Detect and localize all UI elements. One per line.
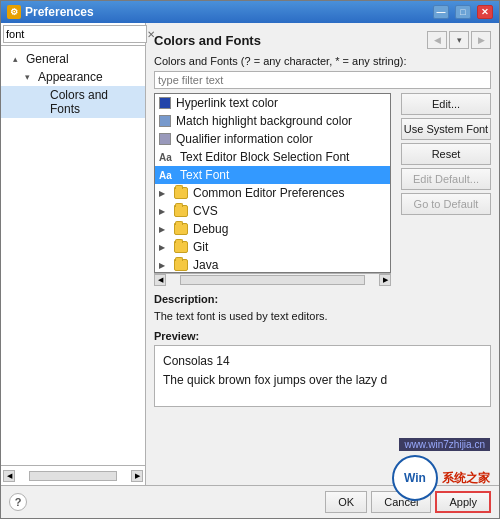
nav-buttons: ◀ ▾ ▶ [427, 31, 491, 49]
tree-label-colors-fonts: Colors and Fonts [50, 88, 141, 116]
list-item-label-cvs: CVS [193, 204, 218, 218]
list-item-match-highlight[interactable]: Match highlight background color [155, 112, 390, 130]
action-buttons: Edit... Use System Font Reset Edit Defau… [401, 93, 491, 285]
preview-section: Preview: Consolas 14 The quick brown fox… [154, 330, 491, 407]
h-scroll-left-arrow[interactable]: ◀ [154, 274, 166, 286]
left-bottom: ◀ ▶ [1, 465, 145, 485]
list-item-label-debug: Debug [193, 222, 228, 236]
edit-default-button[interactable]: Edit Default... [401, 168, 491, 190]
maximize-button[interactable]: □ [455, 5, 471, 19]
search-input[interactable] [3, 25, 147, 43]
list-item-debug[interactable]: ▶ Debug [155, 220, 390, 238]
color-swatch-qualifier [159, 133, 171, 145]
folder-icon-cvs [174, 205, 188, 217]
ok-button[interactable]: OK [325, 491, 367, 513]
folder-arrow-git: ▶ [159, 243, 169, 252]
nav-back-button[interactable]: ◀ [427, 31, 447, 49]
list-item-label-qualifier: Qualifier information color [176, 132, 313, 146]
color-swatch-hyperlink [159, 97, 171, 109]
list-item-text-block[interactable]: Aa Text Editor Block Selection Font [155, 148, 390, 166]
minimize-button[interactable]: — [433, 5, 449, 19]
preferences-window: ⚙ Preferences — □ ✕ ✕ ▴ General [0, 0, 500, 519]
folder-arrow-debug: ▶ [159, 225, 169, 234]
list-item-hyperlink[interactable]: Hyperlink text color [155, 94, 390, 112]
preview-label: Preview: [154, 330, 491, 342]
tree-label-appearance: Appearance [38, 70, 103, 84]
list-item-cvs[interactable]: ▶ CVS [155, 202, 390, 220]
list-wrapper: Hyperlink text color Match highlight bac… [154, 93, 391, 285]
folder-arrow-cvs: ▶ [159, 207, 169, 216]
folder-arrow-common: ▶ [159, 189, 169, 198]
folder-icon-debug [174, 223, 188, 235]
preview-line-1: Consolas 14 [163, 352, 482, 371]
aa-icon-text-block: Aa [159, 152, 175, 163]
filter-input[interactable] [154, 71, 491, 89]
items-list[interactable]: Hyperlink text color Match highlight bac… [154, 93, 391, 273]
list-with-buttons: Hyperlink text color Match highlight bac… [154, 93, 491, 285]
tree-arrow-general: ▴ [13, 54, 23, 64]
preview-line-2: The quick brown fox jumps over the lazy … [163, 371, 482, 390]
tree-item-appearance[interactable]: ▾ Appearance [1, 68, 145, 86]
list-item-label-text-block: Text Editor Block Selection Font [180, 150, 349, 164]
use-system-font-button[interactable]: Use System Font [401, 118, 491, 140]
list-item-label-match-highlight: Match highlight background color [176, 114, 352, 128]
help-button[interactable]: ? [9, 493, 27, 511]
window-icon: ⚙ [7, 5, 21, 19]
list-item-label-git: Git [193, 240, 208, 254]
left-scroll-track [29, 471, 117, 481]
tree-arrow-appearance: ▾ [25, 72, 35, 82]
filter-label: Colors and Fonts (? = any character, * =… [154, 55, 491, 67]
nav-dropdown-button[interactable]: ▾ [449, 31, 469, 49]
aa-icon-text-font: Aa [159, 170, 175, 181]
list-item-java[interactable]: ▶ Java [155, 256, 390, 273]
folder-icon-git [174, 241, 188, 253]
go-to-default-button[interactable]: Go to Default [401, 193, 491, 215]
right-header: Colors and Fonts ◀ ▾ ▶ [154, 31, 491, 49]
list-item-git[interactable]: ▶ Git [155, 238, 390, 256]
tree-label-general: General [26, 52, 69, 66]
right-title: Colors and Fonts [154, 33, 261, 48]
right-panel: Colors and Fonts ◀ ▾ ▶ Colors and Fonts … [146, 23, 499, 485]
list-item-label-common-editor: Common Editor Preferences [193, 186, 344, 200]
folder-arrow-java: ▶ [159, 261, 169, 270]
close-button[interactable]: ✕ [477, 5, 493, 19]
search-box: ✕ [1, 23, 145, 46]
content-area: ✕ ▴ General ▾ Appearance [1, 23, 499, 485]
nav-forward-button[interactable]: ▶ [471, 31, 491, 49]
tree-item-general[interactable]: ▴ General [1, 50, 145, 68]
apply-button[interactable]: Apply [435, 491, 491, 513]
bottom-bar: ? OK Cancel Apply [1, 485, 499, 518]
h-scroll-right-arrow[interactable]: ▶ [379, 274, 391, 286]
description-section: Description: The text font is used by te… [154, 293, 491, 324]
folder-icon-common [174, 187, 188, 199]
list-item-text-font[interactable]: Aa Text Font [155, 166, 390, 184]
cancel-button[interactable]: Cancel [371, 491, 431, 513]
left-scroll-left[interactable]: ◀ [3, 470, 15, 482]
tree-area: ▴ General ▾ Appearance Colors and Fonts [1, 46, 145, 465]
preview-box: Consolas 14 The quick brown fox jumps ov… [154, 345, 491, 407]
list-item-qualifier[interactable]: Qualifier information color [155, 130, 390, 148]
edit-button[interactable]: Edit... [401, 93, 491, 115]
tree-item-colors-fonts[interactable]: Colors and Fonts [1, 86, 145, 118]
title-bar: ⚙ Preferences — □ ✕ [1, 1, 499, 23]
window-title: Preferences [25, 5, 427, 19]
h-scroll-track [180, 275, 365, 285]
list-horizontal-scrollbar: ◀ ▶ [154, 273, 391, 285]
left-scroll-right[interactable]: ▶ [131, 470, 143, 482]
list-item-common-editor[interactable]: ▶ Common Editor Preferences [155, 184, 390, 202]
folder-icon-java [174, 259, 188, 271]
color-swatch-match-highlight [159, 115, 171, 127]
reset-button[interactable]: Reset [401, 143, 491, 165]
list-item-label-hyperlink: Hyperlink text color [176, 96, 278, 110]
list-item-label-text-font: Text Font [180, 168, 229, 182]
description-label: Description: [154, 293, 491, 305]
left-panel: ✕ ▴ General ▾ Appearance [1, 23, 146, 485]
list-item-label-java: Java [193, 258, 218, 272]
description-text: The text font is used by text editors. [154, 308, 491, 324]
